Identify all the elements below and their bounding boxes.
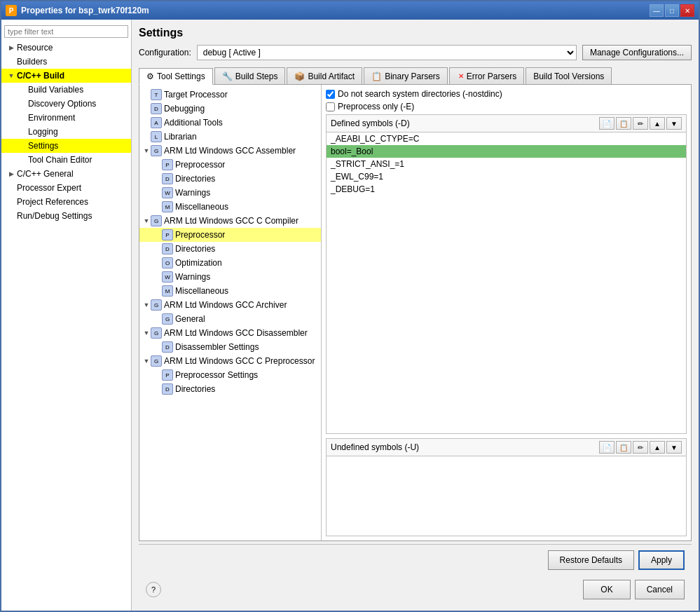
tree-node-arm-disassembler[interactable]: ▼ G ARM Ltd Windows GCC Disassembler bbox=[139, 326, 321, 340]
minimize-button[interactable]: — bbox=[650, 4, 664, 17]
sidebar-item-resource[interactable]: ▶ Resource bbox=[1, 41, 131, 55]
arm-c-preprocessor-icon: G bbox=[151, 355, 162, 367]
tree-node-warnings-c[interactable]: W Warnings bbox=[139, 270, 321, 284]
sidebar-item-build-variables[interactable]: Build Variables bbox=[1, 83, 131, 97]
tree-node-misc-asm[interactable]: M Miscellaneous bbox=[139, 200, 321, 214]
ok-button[interactable]: OK bbox=[583, 580, 630, 599]
restore-defaults-button[interactable]: Restore Defaults bbox=[548, 550, 634, 570]
preprocess-only-checkbox[interactable] bbox=[326, 102, 335, 111]
tabs-bar: ⚙ Tool Settings 🔧 Build Steps 📦 Build Ar… bbox=[139, 67, 692, 85]
target-processor-icon: T bbox=[151, 89, 162, 100]
tree-node-debugging[interactable]: D Debugging bbox=[139, 102, 321, 116]
help-button[interactable]: ? bbox=[146, 582, 161, 597]
move-down-undefined-symbol-button[interactable]: ▼ bbox=[666, 441, 682, 454]
tab-error-parsers[interactable]: ✕ Error Parsers bbox=[449, 67, 524, 84]
preprocessor-asm-icon: P bbox=[162, 159, 173, 170]
tab-tool-settings[interactable]: ⚙ Tool Settings bbox=[139, 68, 213, 85]
move-up-undefined-symbol-button[interactable]: ▲ bbox=[650, 441, 665, 454]
tab-binary-parsers[interactable]: 📋 Binary Parsers bbox=[364, 67, 448, 84]
sidebar-filter-input[interactable] bbox=[4, 25, 128, 38]
sidebar-item-environment[interactable]: Environment bbox=[1, 111, 131, 125]
no-expand-icon bbox=[18, 86, 27, 94]
tree-node-preprocessor-c[interactable]: P Preprocessor bbox=[139, 228, 321, 242]
ok-cancel-buttons: OK Cancel bbox=[583, 580, 685, 599]
arm-c-compiler-icon: G bbox=[151, 215, 162, 226]
tab-build-tool-versions-label: Build Tool Versions bbox=[533, 72, 604, 81]
tab-tool-settings-label: Tool Settings bbox=[157, 72, 205, 81]
cancel-button[interactable]: Cancel bbox=[635, 580, 685, 599]
tree-node-arm-c-compiler[interactable]: ▼ G ARM Ltd Windows GCC C Compiler bbox=[139, 214, 321, 228]
sidebar-item-discovery-options[interactable]: Discovery Options bbox=[1, 97, 131, 111]
no-expand-icon5 bbox=[18, 142, 27, 150]
binary-parsers-icon: 📋 bbox=[371, 72, 382, 81]
symbols-sections: Defined symbols (-D) 📄 📋 ✏ ▲ ▼ bbox=[326, 114, 687, 536]
expand-builders-icon bbox=[7, 57, 15, 66]
tree-node-arm-archiver[interactable]: ▼ G ARM Ltd Windows GCC Archiver bbox=[139, 298, 321, 312]
add-undefined-symbol-button[interactable]: 📄 bbox=[599, 441, 615, 454]
tree-node-directories-asm[interactable]: D Directories bbox=[139, 172, 321, 186]
tree-node-additional-tools[interactable]: A Additional Tools bbox=[139, 116, 321, 130]
tree-node-disasm-settings[interactable]: D Disassembler Settings bbox=[139, 340, 321, 354]
tree-node-preprocessor-settings[interactable]: P Preprocessor Settings bbox=[139, 368, 321, 382]
tree-node-arm-c-preprocessor[interactable]: ▼ G ARM Ltd Windows GCC C Preprocessor bbox=[139, 354, 321, 368]
config-label: Configuration: bbox=[139, 48, 191, 57]
tree-node-directories-cpp[interactable]: D Directories bbox=[139, 382, 321, 396]
add-defined-symbol-button[interactable]: 📄 bbox=[599, 117, 615, 130]
tab-build-tool-versions[interactable]: Build Tool Versions bbox=[526, 67, 612, 84]
move-down-defined-symbol-button[interactable]: ▼ bbox=[666, 117, 682, 130]
main-window: P Properties for bsp_twrk70f120m — □ ✕ ▶… bbox=[0, 0, 700, 612]
preprocessor-settings-icon: P bbox=[162, 369, 173, 381]
sidebar-item-cpp-general[interactable]: ▶ C/C++ General bbox=[1, 167, 131, 181]
list-item[interactable]: _DEBUG=1 bbox=[327, 183, 686, 196]
maximize-button[interactable]: □ bbox=[665, 4, 679, 17]
edit-undefined-symbol-button[interactable]: ✏ bbox=[633, 441, 648, 454]
tree-node-general-arch[interactable]: G General bbox=[139, 312, 321, 326]
sidebar-item-project-references[interactable]: Project References bbox=[1, 195, 131, 209]
title-bar: P Properties for bsp_twrk70f120m — □ ✕ bbox=[1, 1, 699, 20]
edit-defined-symbol-button[interactable]: ✏ bbox=[633, 117, 648, 130]
tree-node-misc-c[interactable]: M Miscellaneous bbox=[139, 284, 321, 298]
list-item[interactable]: _EWL_C99=1 bbox=[327, 170, 686, 183]
sidebar-item-settings[interactable]: Settings bbox=[1, 139, 131, 153]
close-button[interactable]: ✕ bbox=[680, 4, 694, 17]
sidebar-item-builders[interactable]: Builders bbox=[1, 55, 131, 69]
tab-binary-parsers-label: Binary Parsers bbox=[385, 72, 440, 81]
sidebar-item-tool-chain-editor[interactable]: Tool Chain Editor bbox=[1, 153, 131, 167]
disasm-settings-icon: D bbox=[162, 341, 173, 353]
directories-c-icon: D bbox=[162, 243, 173, 254]
expand-resource-icon: ▶ bbox=[7, 43, 15, 52]
tree-node-arm-assembler[interactable]: ▼ G ARM Ltd Windows GCC Assembler bbox=[139, 144, 321, 158]
misc-asm-icon: M bbox=[162, 201, 173, 212]
tree-node-librarian[interactable]: L Librarian bbox=[139, 130, 321, 144]
build-artifact-icon: 📦 bbox=[294, 72, 305, 81]
error-parsers-close-icon: ✕ bbox=[458, 72, 464, 80]
nostdinc-checkbox[interactable] bbox=[326, 90, 335, 99]
tab-build-steps-label: Build Steps bbox=[235, 72, 278, 81]
config-select[interactable]: debug [ Active ] bbox=[197, 45, 577, 60]
defined-symbols-section: Defined symbols (-D) 📄 📋 ✏ ▲ ▼ bbox=[326, 114, 687, 434]
tree-node-target-processor[interactable]: T Target Processor bbox=[139, 88, 321, 102]
arm-archiver-icon: G bbox=[151, 299, 162, 311]
tree-node-warnings-asm[interactable]: W Warnings bbox=[139, 186, 321, 200]
sidebar: ▶ Resource Builders ▼ C/C++ Build Build … bbox=[1, 20, 132, 611]
content-area: T Target Processor D Debugging A Additio… bbox=[139, 85, 692, 541]
manage-configurations-button[interactable]: Manage Configurations... bbox=[582, 45, 692, 60]
tree-node-preprocessor-asm[interactable]: P Preprocessor bbox=[139, 158, 321, 172]
sidebar-item-cpp-build[interactable]: ▼ C/C++ Build bbox=[1, 69, 131, 83]
apply-button[interactable]: Apply bbox=[638, 550, 685, 570]
sidebar-item-logging[interactable]: Logging bbox=[1, 125, 131, 139]
tab-build-steps[interactable]: 🔧 Build Steps bbox=[214, 67, 286, 84]
sidebar-item-processor-expert[interactable]: Processor Expert bbox=[1, 181, 131, 195]
directories-asm-icon: D bbox=[162, 173, 173, 184]
list-item[interactable]: _AEABI_LC_CTYPE=C bbox=[327, 132, 686, 145]
copy-defined-symbol-button[interactable]: 📋 bbox=[616, 117, 631, 130]
expand-cpp-build-icon: ▼ bbox=[7, 72, 15, 80]
tree-node-optimization[interactable]: O Optimization bbox=[139, 256, 321, 270]
sidebar-item-run-debug[interactable]: Run/Debug Settings bbox=[1, 209, 131, 223]
tab-build-artifact[interactable]: 📦 Build Artifact bbox=[287, 67, 362, 84]
list-item[interactable]: _STRICT_ANSI_=1 bbox=[327, 158, 686, 170]
copy-undefined-symbol-button[interactable]: 📋 bbox=[616, 441, 631, 454]
list-item[interactable]: bool=_Bool bbox=[327, 145, 686, 158]
tree-node-directories-c[interactable]: D Directories bbox=[139, 242, 321, 256]
move-up-defined-symbol-button[interactable]: ▲ bbox=[650, 117, 665, 130]
